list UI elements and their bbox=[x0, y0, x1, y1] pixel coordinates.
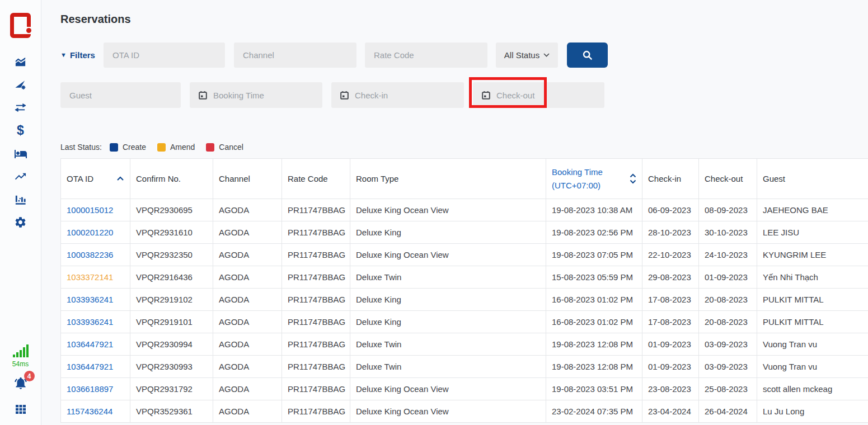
col-header-confirm-no: Confirm No. bbox=[130, 159, 213, 199]
cell-room-type: Deluxe Twin bbox=[350, 356, 546, 378]
sidebar-item-settings[interactable] bbox=[0, 211, 41, 234]
sidebar-item-trends[interactable] bbox=[0, 165, 41, 188]
booking-time-filter[interactable]: Booking Time bbox=[190, 82, 322, 108]
cell-channel: AGODA bbox=[213, 311, 282, 333]
cell-channel: AGODA bbox=[213, 289, 282, 311]
cell-ota-id[interactable]: 1033936241 bbox=[61, 311, 130, 333]
legend-item-create: Create bbox=[110, 143, 146, 152]
cell-check-in: 01-09-2023 bbox=[642, 356, 699, 378]
main-content: Reservations ▼ Filters All Status Bookin… bbox=[41, 0, 868, 425]
status-dropdown[interactable]: All Status bbox=[496, 42, 558, 68]
cell-ota-id[interactable]: 1157436244 bbox=[61, 400, 130, 423]
table-row: 1033372141VPQR2916436AGODAPR11747BBAGDel… bbox=[61, 266, 868, 289]
legend-amend-label: Amend bbox=[170, 143, 195, 152]
cell-ota-id[interactable]: 1036447921 bbox=[61, 333, 130, 356]
bar-chart-icon bbox=[14, 193, 27, 206]
cell-check-in: 23-04-2024 bbox=[642, 400, 699, 423]
legend-cancel-label: Cancel bbox=[219, 143, 243, 152]
sidebar-item-send-settings[interactable] bbox=[0, 73, 41, 96]
cell-confirm-no: VPQR2931792 bbox=[130, 378, 213, 400]
cell-ota-id[interactable]: 1036447921 bbox=[61, 356, 130, 378]
sidebar-bottom: 54ms 4 bbox=[12, 344, 29, 425]
cell-ota-id[interactable]: 1033936241 bbox=[61, 289, 130, 311]
notification-badge: 4 bbox=[24, 371, 35, 381]
rate-code-input[interactable] bbox=[365, 42, 487, 68]
cell-ota-id[interactable]: 1000382236 bbox=[61, 244, 130, 266]
cell-guest: LEE JISU bbox=[757, 221, 868, 244]
cell-guest: Yến Nhi Thạch bbox=[757, 266, 868, 289]
reservations-table: OTA ID Confirm No. Channel Rate Code Roo… bbox=[60, 158, 868, 423]
filters-toggle[interactable]: ▼ Filters bbox=[60, 50, 95, 60]
col-header-ota-id[interactable]: OTA ID bbox=[61, 159, 130, 199]
cell-channel: AGODA bbox=[213, 221, 282, 244]
notifications-button[interactable]: 4 bbox=[13, 376, 28, 393]
cell-confirm-no: VPQR2930695 bbox=[130, 199, 213, 221]
settings-gear-icon bbox=[14, 216, 27, 229]
sort-both-icon[interactable] bbox=[630, 173, 636, 184]
sidebar-item-transfer[interactable] bbox=[0, 96, 41, 119]
logo-dot bbox=[26, 28, 31, 33]
cell-check-in: 22-10-2023 bbox=[642, 244, 699, 266]
send-settings-icon bbox=[14, 78, 27, 91]
cell-room-type: Deluxe King Ocean View bbox=[350, 199, 546, 221]
cell-rate-code: PR11747BBAG bbox=[282, 266, 350, 289]
sidebar-item-area-chart[interactable] bbox=[0, 50, 41, 73]
col-header-rate-code: Rate Code bbox=[282, 159, 350, 199]
apps-menu-button[interactable] bbox=[14, 403, 27, 418]
cell-check-out: 08-09-2023 bbox=[699, 199, 757, 221]
cell-check-out: 25-08-2023 bbox=[699, 378, 757, 400]
cell-ota-id[interactable]: 1000201220 bbox=[61, 221, 130, 244]
reservations-tbody: 1000015012VPQR2930695AGODAPR11747BBAGDel… bbox=[61, 199, 868, 423]
cell-channel: AGODA bbox=[213, 378, 282, 400]
sidebar-item-rooms[interactable] bbox=[0, 142, 41, 165]
channel-input[interactable] bbox=[234, 42, 356, 68]
table-row: 1036618897VPQR2931792AGODAPR11747BBAGDel… bbox=[61, 378, 868, 400]
table-row: 1000015012VPQR2930695AGODAPR11747BBAGDel… bbox=[61, 199, 868, 221]
cell-channel: AGODA bbox=[213, 333, 282, 356]
legend-label: Last Status: bbox=[60, 143, 102, 152]
cell-room-type: Deluxe King Ocean View bbox=[350, 400, 546, 423]
dollar-icon: $ bbox=[17, 124, 24, 137]
cell-channel: AGODA bbox=[213, 400, 282, 423]
app-logo[interactable] bbox=[10, 13, 31, 38]
col-header-booking-time[interactable]: Booking Time (UTC+07:00) bbox=[546, 159, 642, 199]
search-button[interactable] bbox=[567, 42, 608, 68]
cell-confirm-no: VPQR2931610 bbox=[130, 221, 213, 244]
latency-indicator: 54ms bbox=[12, 344, 29, 368]
cell-ota-id[interactable]: 1033372141 bbox=[61, 266, 130, 289]
cancel-status-swatch bbox=[206, 143, 214, 152]
legend-item-cancel: Cancel bbox=[206, 143, 243, 152]
sort-asc-icon[interactable] bbox=[116, 176, 124, 181]
filter-row-primary: ▼ Filters All Status bbox=[60, 42, 608, 68]
cell-check-in: 06-09-2023 bbox=[642, 199, 699, 221]
sidebar: $ bbox=[0, 0, 41, 425]
cell-booking-time: 19-08-2023 03:51 PM bbox=[546, 378, 642, 400]
sidebar-item-revenue[interactable]: $ bbox=[0, 119, 41, 142]
sidebar-item-reports[interactable] bbox=[0, 188, 41, 211]
check-in-filter[interactable]: Check-in bbox=[331, 82, 464, 108]
cell-rate-code: PR11747BBAG bbox=[282, 378, 350, 400]
cell-rate-code: PR11747BBAG bbox=[282, 289, 350, 311]
cell-guest: KYUNGRIM LEE bbox=[757, 244, 868, 266]
table-row: 1036447921VPQR2930994AGODAPR11747BBAGDel… bbox=[61, 333, 868, 356]
legend-item-amend: Amend bbox=[157, 143, 195, 152]
transfer-arrows-icon bbox=[14, 101, 27, 114]
status-legend: Last Status: Create Amend Cancel bbox=[60, 143, 255, 152]
cell-booking-time: 19-08-2023 07:05 PM bbox=[546, 244, 642, 266]
cell-check-out: 20-08-2023 bbox=[699, 311, 757, 333]
cell-check-out: 20-08-2023 bbox=[699, 289, 757, 311]
cell-check-out: 26-04-2024 bbox=[699, 400, 757, 423]
cell-check-out: 24-10-2023 bbox=[699, 244, 757, 266]
cell-ota-id[interactable]: 1036618897 bbox=[61, 378, 130, 400]
filter-row-secondary: Booking Time Check-in Check-out bbox=[60, 82, 604, 108]
cell-ota-id[interactable]: 1000015012 bbox=[61, 199, 130, 221]
cell-check-in: 23-08-2023 bbox=[642, 378, 699, 400]
cell-channel: AGODA bbox=[213, 266, 282, 289]
cell-confirm-no: VPQR2919101 bbox=[130, 311, 213, 333]
table-header-row: OTA ID Confirm No. Channel Rate Code Roo… bbox=[61, 159, 868, 199]
check-out-filter[interactable]: Check-out bbox=[473, 82, 604, 108]
ota-id-input[interactable] bbox=[104, 42, 225, 68]
table-row: 1036447921VPQR2930993AGODAPR11747BBAGDel… bbox=[61, 356, 868, 378]
guest-input[interactable] bbox=[60, 82, 181, 108]
cell-channel: AGODA bbox=[213, 244, 282, 266]
